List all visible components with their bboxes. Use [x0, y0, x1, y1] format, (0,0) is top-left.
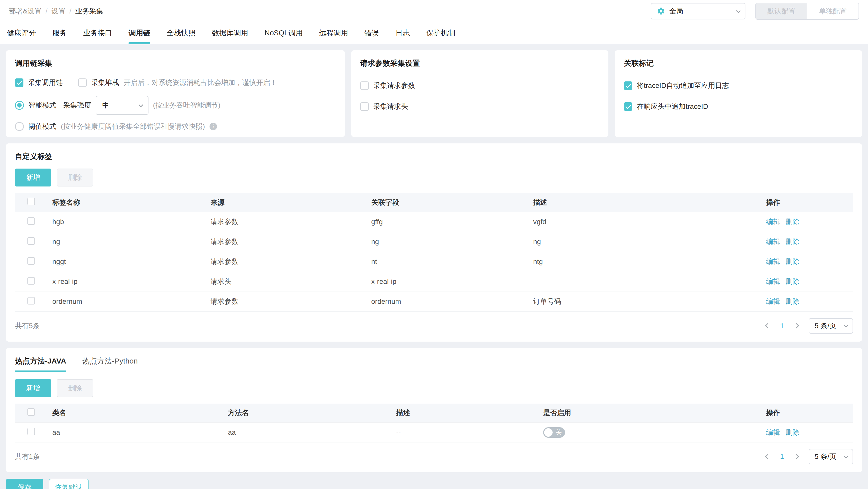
tab-services[interactable]: 服务 — [52, 23, 67, 44]
cell-related-field: ng — [371, 232, 533, 252]
tab-hot-methods-python[interactable]: 热点方法-Python — [82, 356, 138, 372]
prev-page-icon[interactable] — [765, 323, 770, 328]
collect-headers-checkbox[interactable] — [360, 102, 369, 111]
delete-link[interactable]: 删除 — [785, 278, 800, 285]
enable-toggle-off[interactable]: 关 — [543, 427, 565, 438]
delete-tag-button[interactable]: 删除 — [57, 169, 93, 187]
table-row: hgb 请求参数 gffg vgfd 编辑删除 — [15, 212, 853, 232]
prev-page-icon[interactable] — [765, 454, 770, 459]
cell-related-field: ordernum — [371, 292, 533, 312]
breadcrumb-separator: / — [45, 7, 48, 15]
col-description: 描述 — [533, 193, 766, 212]
trace-to-log-row: 将traceID自动追加至应用日志 — [624, 81, 853, 90]
tab-nosql-calls[interactable]: NoSQL调用 — [265, 23, 303, 44]
table-header-row: 类名 方法名 描述 是否启用 操作 — [15, 403, 853, 423]
config-mode-switch: 默认配置 单独配置 — [755, 3, 859, 20]
row-checkbox[interactable] — [27, 428, 35, 435]
page-number[interactable]: 1 — [780, 322, 784, 330]
breadcrumb: 部署&设置 / 设置 / 业务采集 — [9, 6, 103, 16]
cell-method-name: aa — [228, 423, 396, 443]
smart-mode-radio[interactable] — [15, 101, 24, 110]
main-tab-bar: 健康评分 服务 业务接口 调用链 全栈快照 数据库调用 NoSQL调用 远程调用… — [0, 23, 868, 44]
trace-collect-row: 采集调用链 采集堆栈 开启后，对系统资源消耗占比会增加，谨慎开启！ — [15, 78, 336, 87]
total-count: 共有1条 — [15, 452, 40, 461]
trace-to-header-row: 在响应头中追加traceID — [624, 102, 853, 111]
add-method-button[interactable]: 新增 — [15, 379, 51, 397]
restore-default-button[interactable]: 恢复默认 — [49, 479, 89, 489]
tab-hot-methods-java[interactable]: 热点方法-JAVA — [15, 356, 66, 372]
default-config-button[interactable]: 默认配置 — [756, 3, 807, 19]
cell-source: 请求参数 — [211, 252, 371, 272]
chevron-down-icon — [138, 103, 143, 107]
trace-to-header-checkbox[interactable] — [624, 102, 632, 111]
add-tag-button[interactable]: 新增 — [15, 169, 51, 187]
hot-methods-tab-bar: 热点方法-JAVA 热点方法-Python — [15, 356, 853, 372]
tab-remote-calls[interactable]: 远程调用 — [319, 23, 348, 44]
custom-tags-table: 标签名称 来源 关联字段 描述 操作 hgb 请求参数 gffg vgfd 编辑… — [15, 193, 853, 312]
scope-select[interactable]: 全局 — [651, 3, 745, 20]
page-size-value: 5 条/页 — [815, 452, 836, 461]
separate-config-button[interactable]: 单独配置 — [807, 3, 859, 19]
tab-business-api[interactable]: 业务接口 — [83, 23, 112, 44]
delete-method-button[interactable]: 删除 — [57, 379, 93, 397]
row-checkbox[interactable] — [27, 277, 35, 285]
cell-tag-name: nggt — [52, 252, 211, 272]
tab-trace[interactable]: 调用链 — [129, 23, 150, 44]
threshold-mode-radio[interactable] — [15, 122, 24, 131]
row-checkbox[interactable] — [27, 257, 35, 265]
table-row: ng 请求参数 ng ng 编辑删除 — [15, 232, 853, 252]
custom-tags-footer: 共有5条 1 5 条/页 — [15, 318, 853, 334]
table-row: aa aa -- 关 编辑删除 — [15, 423, 853, 443]
delete-link[interactable]: 删除 — [785, 297, 800, 305]
row-checkbox[interactable] — [27, 217, 35, 225]
select-all-checkbox[interactable] — [27, 408, 35, 416]
delete-link[interactable]: 删除 — [785, 218, 800, 226]
collect-trace-checkbox[interactable] — [15, 78, 24, 87]
next-page-icon[interactable] — [794, 323, 799, 328]
cell-description: vgfd — [533, 212, 766, 232]
tab-protection[interactable]: 保护机制 — [426, 23, 455, 44]
trace-to-log-checkbox[interactable] — [624, 82, 632, 90]
row-checkbox[interactable] — [27, 237, 35, 245]
table-row: nggt 请求参数 nt ntg 编辑删除 — [15, 252, 853, 272]
cell-tag-name: ordernum — [52, 292, 211, 312]
collect-params-checkbox[interactable] — [360, 82, 369, 90]
page-actions: 保存 恢复默认 — [6, 479, 862, 489]
col-class-name: 类名 — [52, 403, 228, 423]
tab-logs[interactable]: 日志 — [395, 23, 410, 44]
collect-stack-checkbox[interactable] — [78, 78, 87, 87]
breadcrumb-deploy-settings[interactable]: 部署&设置 — [9, 6, 41, 16]
tab-health-score[interactable]: 健康评分 — [7, 23, 36, 44]
edit-link[interactable]: 编辑 — [766, 278, 780, 285]
trace-collection-panel: 调用链采集 采集调用链 采集堆栈 开启后，对系统资源消耗占比会增加，谨慎开启！ … — [6, 50, 345, 137]
edit-link[interactable]: 编辑 — [766, 218, 780, 226]
delete-link[interactable]: 删除 — [785, 238, 800, 246]
edit-link[interactable]: 编辑 — [766, 238, 780, 246]
strength-select[interactable]: 中 — [96, 96, 149, 115]
delete-link[interactable]: 删除 — [785, 258, 800, 265]
breadcrumb-settings[interactable]: 设置 — [51, 6, 65, 16]
threshold-mode-label: 阈值模式 — [28, 122, 56, 131]
edit-link[interactable]: 编辑 — [766, 428, 780, 436]
row-checkbox[interactable] — [27, 297, 35, 304]
table-header-row: 标签名称 来源 关联字段 描述 操作 — [15, 193, 853, 212]
page: { "colors": { "accent": "#4cc5cf", "link… — [0, 0, 868, 489]
page-size-select[interactable]: 5 条/页 — [809, 449, 853, 464]
delete-link[interactable]: 删除 — [785, 428, 800, 436]
info-icon[interactable]: i — [210, 123, 217, 130]
cell-description: 订单号码 — [533, 292, 766, 312]
col-tag-name: 标签名称 — [52, 193, 211, 212]
marker-panel: 关联标记 将traceID自动追加至应用日志 在响应头中追加traceID — [615, 50, 862, 137]
pagination: 1 5 条/页 — [766, 449, 853, 464]
tab-fullstack-snapshot[interactable]: 全栈快照 — [167, 23, 195, 44]
next-page-icon[interactable] — [794, 454, 799, 459]
page-size-select[interactable]: 5 条/页 — [809, 318, 853, 334]
tab-errors[interactable]: 错误 — [365, 23, 379, 44]
edit-link[interactable]: 编辑 — [766, 297, 780, 305]
select-all-checkbox[interactable] — [27, 198, 35, 205]
tab-database-calls[interactable]: 数据库调用 — [212, 23, 248, 44]
page-number[interactable]: 1 — [780, 453, 784, 461]
cell-related-field: nt — [371, 252, 533, 272]
edit-link[interactable]: 编辑 — [766, 258, 780, 265]
save-button[interactable]: 保存 — [6, 479, 43, 489]
